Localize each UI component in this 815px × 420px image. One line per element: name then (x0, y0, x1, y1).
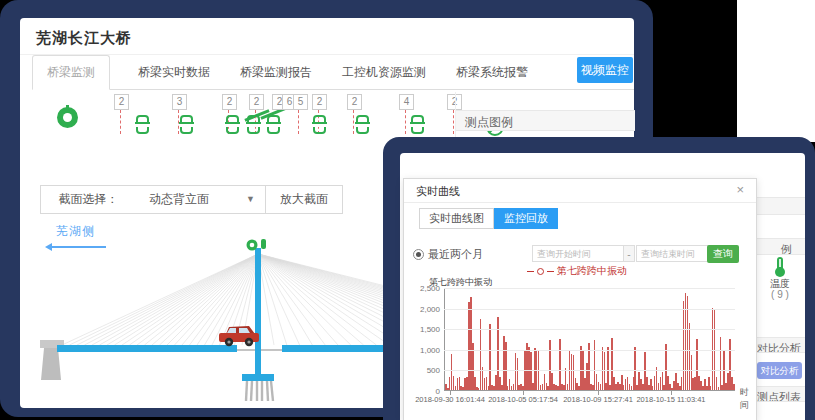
dialog-title: 实时曲线 (416, 184, 460, 199)
legend-header-band: 例 (753, 238, 805, 255)
gridline (444, 288, 735, 289)
gridline (444, 329, 735, 330)
y-tick-label: 1,000 (404, 346, 440, 355)
legend-panel-title: 测点图例 (465, 114, 513, 131)
dialog-tab-bar: 实时曲线图监控回放 (419, 208, 558, 229)
link-icon[interactable] (356, 115, 369, 134)
tab-dialog-1[interactable]: 监控回放 (494, 208, 558, 229)
bar (607, 347, 609, 390)
x-tick-label: 2018-10-09 15:27:41 (563, 395, 633, 404)
sensor-count-badge: 2 (114, 94, 129, 110)
sensor-dash-line (405, 110, 406, 134)
radio-label: 最近两个月 (428, 247, 483, 262)
screen-canvas: 芜湖长江大桥 桥梁监测桥梁实时数据桥梁监测报告工控机资源监测桥梁系统报警 视频监… (0, 0, 815, 420)
zoom-section-button[interactable]: 放大截面 (265, 185, 343, 214)
y-tick-label: 2,500 (404, 284, 440, 293)
legend-header-partial: 例 (753, 242, 792, 255)
y-tick-label: 500 (404, 366, 440, 375)
dialog-header: 实时曲线 × (404, 179, 756, 203)
recent-two-months-radio[interactable] (413, 249, 424, 260)
section-select-dropdown[interactable]: 动态背立面 ▼ (135, 185, 266, 214)
legend-marker-icon (537, 268, 544, 275)
close-icon[interactable]: × (736, 182, 744, 197)
gridline (444, 350, 735, 351)
car-illustration (219, 326, 259, 346)
link-icon[interactable] (226, 115, 239, 134)
legend-series-label: 第七跨跨中振动 (557, 264, 627, 278)
range-separator: - (623, 245, 635, 262)
realtime-curve-dialog: 实时曲线 × 实时曲线图监控回放 最近两个月 - 查询 第七跨跨中振动 第七跨跨… (403, 178, 757, 420)
start-time-input[interactable] (532, 245, 626, 262)
modal-page: 例 温度 ( 9 ) 对比分析 对比分析 测点列表 实时曲线 × 实时曲线图监控… (400, 153, 805, 420)
background-band (753, 197, 805, 215)
x-tick-label: 2018-09-30 16:01:44 (415, 395, 485, 404)
x-tick-mark (523, 391, 524, 395)
legend-marker-icon (547, 271, 554, 272)
section-select-label: 截面选择： (40, 185, 137, 214)
bar (559, 339, 561, 390)
modal-window: 例 温度 ( 9 ) 对比分析 对比分析 测点列表 实时曲线 × 实时曲线图监控… (383, 137, 815, 420)
sensor-count-badge: 2 (347, 94, 362, 110)
y-tick-label: 2,000 (404, 305, 440, 314)
sensor-dash-line (453, 110, 454, 134)
tab-dialog-0[interactable]: 实时曲线图 (419, 208, 494, 229)
link-icon[interactable] (313, 115, 326, 134)
compare-header-band: 对比分析 (753, 337, 805, 353)
sensor-count-badge: 2 (249, 94, 264, 110)
bar (733, 384, 735, 390)
background-window-strip (737, 0, 815, 142)
bar (634, 347, 636, 390)
chevron-down-icon: ▼ (246, 186, 255, 213)
x-axis (444, 390, 735, 391)
x-axis-name: 时间 (740, 386, 756, 412)
bar (720, 337, 722, 390)
x-tick-mark (671, 391, 672, 395)
x-tick-label: 2018-10-05 05:17:54 (488, 395, 558, 404)
y-tick-label: 1,500 (404, 325, 440, 334)
section-select-value: 动态背立面 (149, 192, 209, 206)
sensor-count-badge: 4 (399, 94, 414, 110)
query-button[interactable]: 查询 (707, 245, 739, 263)
gauge-icon[interactable] (57, 107, 78, 128)
link-icon[interactable] (411, 115, 424, 134)
sensor-count-badge: 5 (293, 94, 308, 110)
sensor-count-badge: 2 (312, 94, 327, 110)
link-icon[interactable] (247, 115, 260, 134)
legend-marker-icon (527, 271, 534, 272)
point-list-band: 测点列表 (753, 386, 805, 402)
bar (489, 324, 491, 390)
link-icon[interactable] (267, 115, 280, 134)
compare-header: 对比分析 (753, 341, 801, 353)
x-tick-label: 2018-10-15 11:03:41 (636, 395, 705, 404)
thermometer-icon[interactable] (777, 257, 783, 270)
x-tick-mark (450, 391, 451, 395)
sensor-dash-line (120, 110, 121, 134)
gridline (444, 309, 735, 310)
x-tick-mark (598, 391, 599, 395)
sensor-count-badge: 3 (172, 94, 187, 110)
gridline (444, 370, 735, 371)
link-icon[interactable] (136, 115, 149, 134)
legend-panel-header: 测点图例 (456, 110, 635, 131)
point-list-header: 测点列表 (753, 390, 801, 402)
compare-analysis-button[interactable]: 对比分析 (757, 362, 802, 379)
sensor-count-badge: 2 (222, 94, 237, 110)
link-icon[interactable] (180, 115, 193, 134)
temperature-count: ( 9 ) (764, 289, 796, 300)
bar-series (445, 288, 735, 390)
sensor-dash-line (353, 110, 354, 134)
sensor-dash-line (298, 110, 299, 134)
